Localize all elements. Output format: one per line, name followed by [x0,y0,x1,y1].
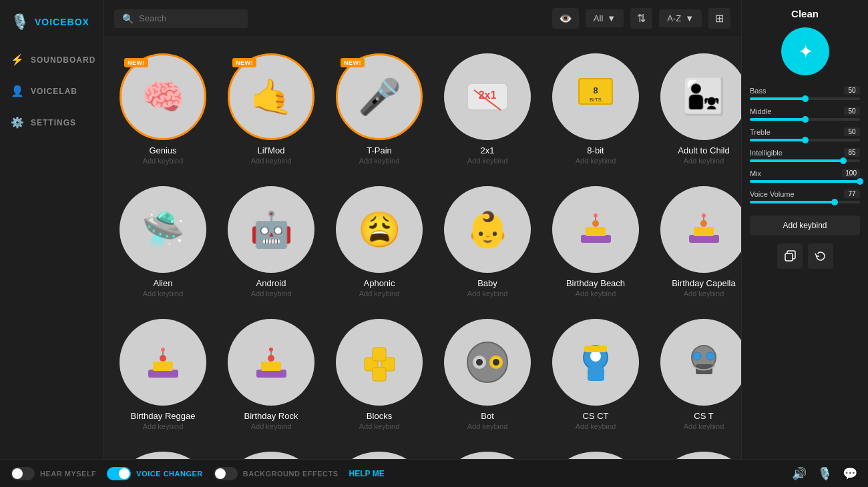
search-input[interactable] [139,13,232,23]
voice-card-genius[interactable]: NEW! 🧠 Genius Add keybind [114,48,212,170]
intelligible-slider[interactable] [750,159,860,162]
svg-point-8 [592,220,599,227]
voice-card-android[interactable]: 🤖 Android Add keybind [222,181,320,303]
voice-card-adulttochild-keybind[interactable]: Add keybind [684,157,724,165]
search-box[interactable]: 🔍 [114,9,248,28]
mix-slider[interactable] [750,180,860,183]
copy-button[interactable] [777,244,803,269]
hear-myself-toggle-group: HEAR MYSELF [11,467,96,480]
bass-value: 50 [844,86,860,95]
svg-point-15 [702,213,706,217]
voice-card-csct-name: CS CT [583,411,609,421]
voice-card-birthdaybeach-name: Birthday Beach [566,278,625,288]
grid-view-button[interactable]: ⊞ [708,8,730,29]
voice-card-lilmod[interactable]: NEW! 🤙 Lil'Mod Add keybind [222,48,320,170]
svg-point-13 [700,220,707,227]
voice-card-bot[interactable]: Bot Add keybind [439,314,536,436]
voice-card-genius-img: NEW! 🧠 [120,53,206,140]
voice-card-birthdayrock[interactable]: Birthday Rock Add keybind [222,314,320,436]
middle-slider-group: Middle 50 [750,107,860,121]
mix-slider-group: Mix 100 [750,169,860,183]
voice-card-cst-keybind[interactable]: Add keybind [684,422,724,430]
mix-label: Mix [750,169,761,177]
voice-card-birthdaybeach[interactable]: Birthday Beach Add keybind [547,181,644,303]
bass-slider[interactable] [750,97,860,100]
voice-card-birthdayrock-name: Birthday Rock [244,411,298,421]
svg-rect-22 [261,362,281,371]
voice-volume-slider[interactable] [750,201,860,203]
svg-point-33 [476,359,483,366]
voice-card-birthdayreggae[interactable]: Birthday Reggae Add keybind [114,314,212,436]
voice-card-alien[interactable]: 🛸 Alien Add keybind [114,181,212,303]
voice-card-blocks-keybind[interactable]: Add keybind [359,422,400,430]
voice-card-bot-name: Bot [481,411,494,421]
voice-card-2x1-keybind[interactable]: Add keybind [467,157,508,165]
voice-card-android-name: Android [256,278,286,288]
voice-card-birthdayreggae-name: Birthday Reggae [131,411,196,421]
voice-card-birthdayreggae-img [120,319,206,406]
voice-card-birthdayrock-keybind[interactable]: Add keybind [251,422,292,430]
voice-card-cst[interactable]: CS T Add keybind [655,314,741,436]
voice-card-blocks[interactable]: Blocks Add keybind [331,314,428,436]
background-effects-toggle-group: BACKGROUND EFFECTS [214,467,339,480]
filter-chevron-icon: ▼ [607,13,616,23]
voice-card-aphonic-keybind[interactable]: Add keybind [359,290,400,298]
voice-card-baby-img: 👶 [444,186,531,273]
treble-slider[interactable] [750,139,860,141]
sidebar-item-voicelab[interactable]: 👤 VOICELAB [0,75,103,107]
voice-card-csct[interactable]: CS CT Add keybind [547,314,644,436]
hear-myself-toggle[interactable] [11,467,35,480]
svg-rect-17 [153,362,173,371]
hear-myself-label: HEAR MYSELF [40,470,96,478]
voice-card-birthdaybeach-keybind[interactable]: Add keybind [576,290,616,298]
sort-button[interactable]: A-Z ▼ [659,9,702,27]
filter-button[interactable]: All ▼ [586,9,624,27]
voice-changer-toggle[interactable] [107,467,131,480]
microphone-icon[interactable]: 🎙️ [817,466,832,481]
svg-rect-29 [373,368,386,381]
svg-rect-45 [785,254,793,261]
voice-card-8bit-img: 8 BITS [552,53,639,140]
voice-card-aphonic[interactable]: 😩 Aphonic Add keybind [331,181,428,303]
chat-icon[interactable]: 💬 [843,466,857,481]
voice-card-tpain[interactable]: NEW! 🎤 T-Pain Add keybind [331,48,428,170]
visibility-toggle-button[interactable]: 👁️ [552,8,579,29]
reset-button[interactable] [808,244,833,269]
voice-card-baby[interactable]: 👶 Baby Add keybind [439,181,536,303]
svg-text:BITS: BITS [590,97,602,103]
voice-card-tpain-img: NEW! 🎤 [336,53,423,140]
voicelab-icon: 👤 [11,85,24,97]
voice-card-csct-keybind[interactable]: Add keybind [576,422,616,430]
sort-icon-button[interactable]: ⇅ [630,8,652,29]
voice-card-2x1[interactable]: 2x1 2x1 Add keybind [439,48,536,170]
voice-card-adulttochild[interactable]: 👨‍👧 Adult to Child Add keybind [655,48,741,170]
settings-icon: ⚙️ [11,116,24,129]
voice-card-birthdaycapella-keybind[interactable]: Add keybind [684,290,724,298]
volume-icon[interactable]: 🔊 [792,466,807,481]
voice-card-genius-keybind[interactable]: Add keybind [143,157,184,165]
sidebar-item-settings[interactable]: ⚙️ SETTINGS [0,107,103,138]
voice-grid: NEW! 🧠 Genius Add keybind NEW! 🤙 Lil'Mod… [114,48,730,487]
middle-slider[interactable] [750,118,860,121]
sort-label: A-Z [667,13,681,23]
svg-point-36 [590,351,601,362]
voice-card-alien-img: 🛸 [120,186,206,273]
help-link[interactable]: HELP ME [349,469,385,478]
voice-card-android-keybind[interactable]: Add keybind [251,290,292,298]
voice-card-birthdayreggae-keybind[interactable]: Add keybind [143,422,184,430]
filter-label: All [594,13,603,23]
voice-card-bot-keybind[interactable]: Add keybind [467,422,508,430]
voice-card-8bit[interactable]: 8 BITS 8-bit Add keybind [547,48,644,170]
voice-card-birthdaycapella[interactable]: Birthday Capella Add keybind [655,181,741,303]
voice-card-8bit-keybind[interactable]: Add keybind [576,157,616,165]
add-keybind-button[interactable]: Add keybind [750,215,860,235]
voice-card-lilmod-keybind[interactable]: Add keybind [251,157,292,165]
voice-card-8bit-name: 8-bit [587,145,604,155]
voice-card-baby-keybind[interactable]: Add keybind [467,290,508,298]
voice-card-alien-keybind[interactable]: Add keybind [143,290,184,298]
svg-point-10 [594,213,598,217]
background-effects-toggle[interactable] [214,467,238,480]
voice-card-tpain-keybind[interactable]: Add keybind [359,157,400,165]
sidebar-item-soundboard[interactable]: ⚡ SOUNDBOARD [0,44,103,75]
middle-value: 50 [844,107,860,115]
